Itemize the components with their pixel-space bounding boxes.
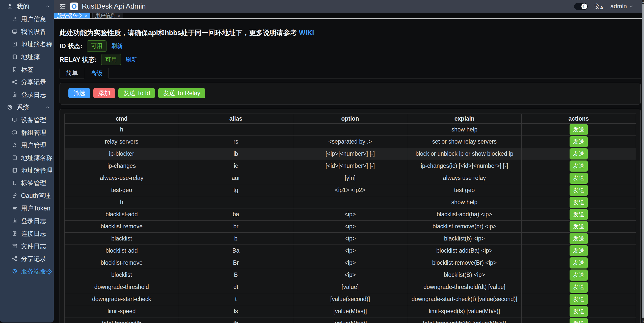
document-icon — [12, 230, 18, 236]
sidebar-item-label: 用户Token — [21, 204, 50, 212]
chat-icon — [12, 129, 18, 136]
table-row: limit-speedls[value(Mb/s)]limit-speed(ls… — [65, 305, 636, 317]
table-cell — [179, 124, 293, 136]
column-header-cmd: cmd — [65, 114, 179, 124]
sidebar-item[interactable]: 标签管理 — [0, 177, 54, 189]
send-button[interactable]: 发送 — [570, 209, 588, 220]
sidebar-item[interactable]: 群组管理 — [0, 126, 54, 139]
sidebar-item[interactable]: 用户管理 — [0, 139, 54, 151]
sidebar-item[interactable]: 地址簿管理 — [0, 164, 54, 177]
close-icon[interactable]: × — [85, 13, 88, 18]
dark-mode-toggle[interactable]: ☾ — [574, 3, 588, 10]
wiki-link[interactable]: WIKI — [299, 29, 314, 37]
view-tabs: 简单高级 — [60, 68, 641, 78]
sidebar-item[interactable]: Oauth管理 — [0, 189, 54, 202]
toolbar-button[interactable]: 发送 To Relay — [158, 88, 205, 98]
chevron-up-icon — [45, 105, 50, 110]
page-tab[interactable]: 用户信息× — [92, 13, 123, 18]
refresh-link[interactable]: 刷新 — [111, 42, 123, 50]
sidebar-item-label: 用户信息 — [21, 15, 46, 23]
translate-icon[interactable]: 文A — [594, 2, 603, 11]
send-button[interactable]: 发送 — [570, 173, 588, 184]
send-button[interactable]: 发送 — [570, 306, 588, 317]
table-cell: blacklist-add — [65, 208, 179, 221]
page-tab-label: 用户信息 — [95, 12, 115, 19]
sidebar-item[interactable]: 分享记录 — [0, 252, 54, 265]
vertical-scrollbar[interactable]: ▲ ▼ — [642, 0, 644, 323]
rustdesk-logo-icon — [70, 3, 78, 10]
table-cell: show help — [407, 124, 522, 136]
notebook-icon — [12, 54, 18, 60]
table-card: cmdaliasoptionexplainactions hshow help发… — [60, 109, 641, 323]
toolbar-button[interactable]: 添加 — [93, 88, 115, 98]
table-cell-actions: 发送 — [522, 208, 636, 221]
send-button[interactable]: 发送 — [570, 282, 588, 293]
view-tab-1[interactable]: 高级 — [84, 68, 109, 78]
table-row: ip-changesic[<id>|<number>] [-]ip-change… — [65, 160, 636, 172]
sidebar-section-label: 系统 — [17, 103, 29, 112]
table-cell: blacklist(b) <ip> — [407, 233, 522, 245]
send-button[interactable]: 发送 — [570, 245, 588, 256]
sidebar-item-label: 地址簿名称 — [21, 40, 52, 48]
table-row: always-use-relayaur[y|n]always use relay… — [65, 172, 636, 184]
page-tab[interactable]: 服务端命令× — [54, 13, 90, 18]
toolbar-button[interactable]: 发送 To Id — [118, 88, 155, 98]
sidebar-item[interactable]: 标签 — [0, 63, 54, 76]
user-menu[interactable]: admin — [610, 3, 634, 10]
table-cell: downgrade-threshold — [65, 281, 179, 293]
sidebar-item[interactable]: 我的设备 — [0, 25, 54, 38]
toolbar-button[interactable]: 筛选 — [68, 88, 90, 98]
send-button[interactable]: 发送 — [570, 185, 588, 196]
send-button[interactable]: 发送 — [570, 136, 588, 147]
sidebar-item[interactable]: 地址簿 — [0, 50, 54, 63]
table-cell: ba — [179, 208, 293, 221]
sidebar-item-label: 登录日志 — [21, 91, 46, 99]
sidebar-item[interactable]: 文件日志 — [0, 240, 54, 252]
send-button[interactable]: 发送 — [570, 124, 588, 135]
send-button[interactable]: 发送 — [570, 318, 588, 323]
send-button[interactable]: 发送 — [570, 233, 588, 244]
sidebar-item[interactable]: 连接日志 — [0, 227, 54, 240]
send-button[interactable]: 发送 — [570, 270, 588, 281]
sidebar-item[interactable]: 用户Token — [0, 202, 54, 214]
table-cell: downgrade-start-check(t) [value(second)] — [407, 293, 522, 305]
table-cell: [<id>|<number>] [-] — [293, 160, 407, 172]
table-cell: test geo — [407, 184, 522, 196]
sidebar-item-label: 标签 — [21, 65, 34, 74]
table-cell-actions: 发送 — [522, 245, 636, 257]
close-icon[interactable]: × — [118, 13, 121, 18]
send-button[interactable]: 发送 — [570, 294, 588, 305]
send-button[interactable]: 发送 — [570, 257, 588, 268]
table-cell: ip-changes(ic) [<id>|<number>] [-] — [407, 160, 522, 172]
sidebar-item[interactable]: 登录日志 — [0, 214, 54, 227]
send-button[interactable]: 发送 — [570, 160, 588, 172]
refresh-link[interactable]: 刷新 — [125, 56, 137, 64]
scroll-down-icon[interactable]: ▼ — [642, 319, 644, 323]
sidebar-item[interactable]: 用户信息 — [0, 13, 54, 25]
send-button[interactable]: 发送 — [570, 221, 588, 232]
sidebar-section-1[interactable]: 系统 — [0, 101, 54, 114]
sidebar-item-label: 标签管理 — [21, 179, 46, 187]
user-filled-icon — [7, 3, 13, 10]
scrollbar-thumb[interactable] — [642, 4, 644, 318]
table-row: total-bandwidthtb[value(Mb/s)]total-band… — [65, 317, 636, 323]
table-cell: blocklist-remove — [65, 257, 179, 269]
chevron-up-icon — [45, 4, 50, 9]
sidebar-section-0[interactable]: 我的 — [0, 0, 54, 13]
scroll-up-icon[interactable]: ▲ — [642, 0, 644, 4]
sidebar-item[interactable]: 地址簿名称 — [0, 151, 54, 164]
sidebar-item[interactable]: 服务端命令 — [0, 265, 54, 278]
sidebar-item[interactable]: 设备管理 — [0, 114, 54, 126]
table-cell: [<ip>|<number>] [-] — [293, 148, 407, 160]
table-cell-actions: 发送 — [522, 269, 636, 281]
send-button[interactable]: 发送 — [570, 148, 588, 159]
view-tab-0[interactable]: 简单 — [60, 68, 84, 78]
sidebar-item[interactable]: 登录日志 — [0, 88, 54, 101]
table-row: ip-blockerib[<ip>|<number>] [-]block or … — [65, 148, 636, 160]
sidebar-item[interactable]: 地址簿名称 — [0, 38, 54, 50]
sidebar-item[interactable]: 分享记录 — [0, 76, 54, 88]
table-row: relay-serversrs<separated by ,>set or sh… — [65, 136, 636, 148]
send-button[interactable]: 发送 — [570, 197, 588, 208]
status-badge: 可用 — [87, 40, 106, 52]
fold-menu-icon[interactable] — [59, 3, 66, 10]
